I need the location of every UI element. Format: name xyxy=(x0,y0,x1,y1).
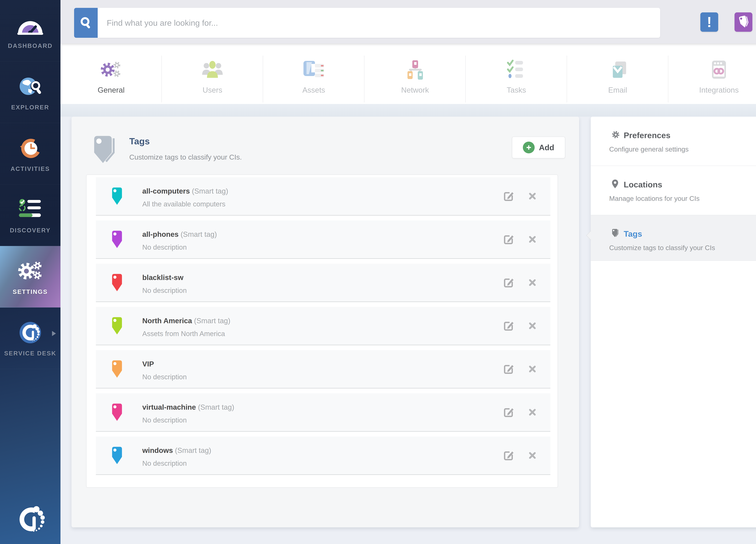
tag-icon xyxy=(110,446,124,465)
invgate-logo xyxy=(14,503,46,535)
edit-icon[interactable] xyxy=(503,276,515,288)
tag-row: windows (Smart tag) No description xyxy=(96,436,550,475)
tag-description: No description xyxy=(142,286,187,294)
tab-label: General xyxy=(98,86,125,95)
section-description: Customize tags to classify your CIs xyxy=(609,244,715,252)
tags-panel-header: Tags Customize tags to classify your CIs… xyxy=(72,117,579,175)
tag-name: windows xyxy=(142,446,173,454)
tab-email[interactable]: Email xyxy=(567,44,668,104)
topbar: ! 1 xyxy=(60,0,756,44)
section-item-locations[interactable]: Locations Manage locations for your CIs xyxy=(591,166,756,215)
tag-list: all-computers (Smart tag) All the availa… xyxy=(86,175,558,488)
tag-row: all-computers (Smart tag) All the availa… xyxy=(96,177,550,216)
tab-assets[interactable]: Assets xyxy=(263,44,364,104)
edit-icon[interactable] xyxy=(503,320,515,332)
add-tag-button[interactable]: Add xyxy=(512,137,565,158)
edit-icon[interactable] xyxy=(503,406,515,418)
integrations-icon xyxy=(707,58,731,82)
plus-icon xyxy=(523,142,535,153)
tags-panel: Tags Customize tags to classify your CIs… xyxy=(72,117,579,527)
map-pin-icon xyxy=(611,179,620,189)
edit-icon[interactable] xyxy=(503,363,515,375)
tag-row: blacklist-sw No description xyxy=(96,264,550,302)
tag-icon xyxy=(611,229,620,238)
tag-description: No description xyxy=(142,416,187,424)
sidebar-item-label: SERVICE DESK xyxy=(4,350,56,357)
chevron-right-icon xyxy=(52,331,56,336)
section-title: Locations xyxy=(624,180,662,189)
sidebar-item-explorer[interactable]: EXPLORER xyxy=(0,62,60,123)
sidebar-item-label: SETTINGS xyxy=(13,288,48,295)
search-box xyxy=(74,8,660,38)
tab-users[interactable]: Users xyxy=(162,44,263,104)
tag-description: No description xyxy=(142,243,187,251)
tab-tasks[interactable]: Tasks xyxy=(466,44,567,104)
sidebar: DASHBOARD EXPLORER xyxy=(0,0,60,544)
sidebar-item-discovery[interactable]: DISCOVERY xyxy=(0,185,60,246)
tab-network[interactable]: Network xyxy=(364,44,466,104)
page-title: Tags xyxy=(129,136,150,147)
tab-general[interactable]: General xyxy=(60,44,162,104)
tag-type: (Smart tag) xyxy=(181,230,217,238)
sidebar-item-settings[interactable]: SETTINGS xyxy=(0,246,60,307)
gauge-icon xyxy=(16,12,45,38)
sidebar-item-dashboard[interactable]: DASHBOARD xyxy=(0,0,60,62)
globe-search-icon xyxy=(17,74,43,99)
delete-icon[interactable] xyxy=(528,321,537,331)
tag-description: No description xyxy=(142,373,187,381)
sidebar-item-activities[interactable]: ACTIVITIES xyxy=(0,123,60,185)
tag-row: North America (Smart tag) Assets from No… xyxy=(96,307,550,345)
delete-icon[interactable] xyxy=(528,235,537,244)
page-subtitle: Customize tags to classify your CIs. xyxy=(129,153,242,161)
tag-type: (Smart tag) xyxy=(198,403,234,411)
edit-icon[interactable] xyxy=(503,449,515,461)
tag-icon xyxy=(737,15,750,29)
sidebar-item-service-desk[interactable]: SERVICE DESK xyxy=(0,307,60,369)
selected-section-pointer xyxy=(586,231,596,240)
assets-icon xyxy=(302,58,326,82)
tag-type: (Smart tag) xyxy=(175,446,211,454)
delete-icon[interactable] xyxy=(528,191,537,201)
tab-label: Integrations xyxy=(699,86,739,95)
alert-button[interactable]: ! xyxy=(700,12,718,32)
sidebar-item-label: ACTIVITIES xyxy=(11,166,50,172)
tag-name: North America xyxy=(142,317,192,325)
sidebar-item-label: DISCOVERY xyxy=(10,227,51,234)
tag-name: VIP xyxy=(142,360,154,368)
search-button[interactable] xyxy=(74,8,98,38)
tab-label: Users xyxy=(203,86,222,95)
tab-label: Tasks xyxy=(507,86,526,95)
settings-section-list: Preferences Configure general settings L… xyxy=(591,117,756,527)
delete-icon[interactable] xyxy=(528,407,537,417)
tag-name: all-phones xyxy=(142,230,179,238)
sidebar-item-label: DASHBOARD xyxy=(8,42,53,49)
gears-icon xyxy=(99,58,123,82)
section-item-preferences[interactable]: Preferences Configure general settings xyxy=(591,117,756,166)
network-icon xyxy=(403,58,427,82)
tab-label: Email xyxy=(608,86,627,95)
edit-icon[interactable] xyxy=(503,233,515,246)
tag-icon xyxy=(110,230,124,249)
tag-icon xyxy=(90,135,119,164)
search-input[interactable] xyxy=(98,8,660,38)
tag-row: virtual-machine (Smart tag) No descripti… xyxy=(96,393,550,432)
delete-icon[interactable] xyxy=(528,364,537,374)
tag-icon xyxy=(110,403,124,422)
delete-icon[interactable] xyxy=(528,451,537,460)
tag-icon xyxy=(110,360,124,378)
section-title: Preferences xyxy=(624,131,670,140)
email-icon xyxy=(606,58,630,82)
sidebar-item-label: EXPLORER xyxy=(11,104,49,111)
tag-type: (Smart tag) xyxy=(194,317,230,325)
tag-name: blacklist-sw xyxy=(142,273,183,281)
tag-name: all-computers xyxy=(142,187,190,195)
delete-icon[interactable] xyxy=(528,278,537,287)
tag-description: Assets from North America xyxy=(142,329,225,338)
edit-icon[interactable] xyxy=(503,190,515,202)
section-item-tags[interactable]: Tags Customize tags to classify your CIs xyxy=(591,215,756,261)
tags-button[interactable] xyxy=(735,12,752,32)
tab-indicator-band xyxy=(60,104,756,117)
tab-integrations[interactable]: Integrations xyxy=(668,44,756,104)
tag-icon xyxy=(110,273,124,292)
add-button-label: Add xyxy=(539,143,554,152)
